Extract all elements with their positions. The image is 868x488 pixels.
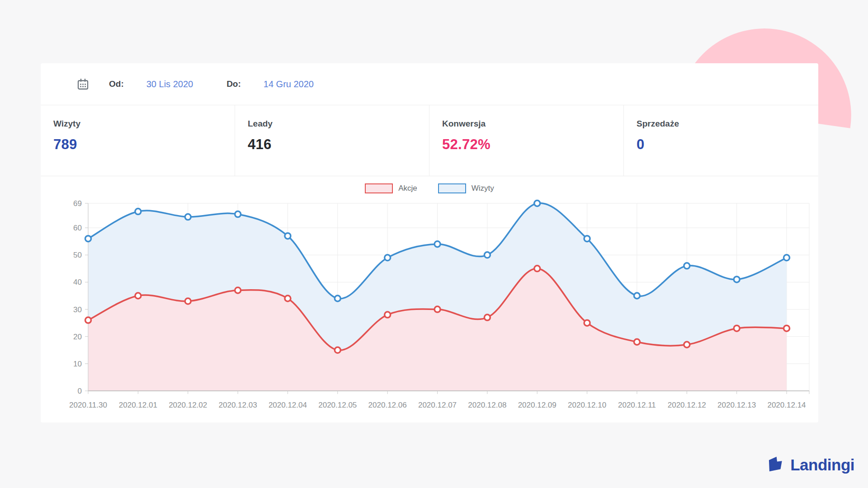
svg-text:30: 30 <box>73 305 82 314</box>
calendar-icon[interactable] <box>77 78 89 90</box>
stat-value: 416 <box>248 136 429 153</box>
dashboard-card: Od: 30 Lis 2020 Do: 14 Gru 2020 Wizyty78… <box>41 63 818 422</box>
date-range-bar: Od: 30 Lis 2020 Do: 14 Gru 2020 <box>41 63 818 105</box>
date-from-label: Od: <box>109 79 124 89</box>
stat-value: 789 <box>53 136 235 153</box>
stats-row: Wizyty789Leady416Konwersja52.72%Sprzedaż… <box>41 105 818 176</box>
stat-label: Leady <box>248 119 429 129</box>
date-to-value[interactable]: 14 Gru 2020 <box>264 79 314 89</box>
stat-card-leady: Leady416 <box>235 105 429 176</box>
legend-swatch-icon <box>438 183 466 193</box>
svg-text:2020.12.08: 2020.12.08 <box>468 401 506 409</box>
date-from-value[interactable]: 30 Lis 2020 <box>146 79 193 89</box>
svg-text:2020.12.06: 2020.12.06 <box>368 401 407 409</box>
stat-label: Konwersja <box>442 119 623 129</box>
legend-label: Wizyty <box>472 184 494 193</box>
landingi-logo-text: Landingi <box>790 456 854 474</box>
svg-text:2020.12.11: 2020.12.11 <box>618 401 656 409</box>
svg-text:20: 20 <box>73 333 82 341</box>
svg-text:2020.12.12: 2020.12.12 <box>668 401 706 409</box>
stat-label: Sprzedaże <box>637 119 818 129</box>
svg-text:2020.12.04: 2020.12.04 <box>269 401 307 409</box>
date-to-label: Do: <box>226 79 241 89</box>
chart-legend: AkcjeWizyty <box>41 183 818 193</box>
svg-text:69: 69 <box>73 199 82 208</box>
chart-section: AkcjeWizyty 0102030405060692020.11.30202… <box>41 176 818 422</box>
svg-text:10: 10 <box>73 360 82 368</box>
landingi-logo: Landingi <box>766 455 854 475</box>
svg-text:60: 60 <box>73 224 82 232</box>
svg-text:2020.12.14: 2020.12.14 <box>767 401 806 409</box>
svg-text:2020.12.03: 2020.12.03 <box>219 401 257 409</box>
svg-text:2020.12.07: 2020.12.07 <box>418 401 457 409</box>
svg-text:2020.12.02: 2020.12.02 <box>169 401 207 409</box>
svg-text:50: 50 <box>73 251 82 259</box>
svg-text:2020.12.05: 2020.12.05 <box>318 401 357 409</box>
svg-text:2020.12.09: 2020.12.09 <box>518 401 557 409</box>
stat-value: 0 <box>637 136 818 153</box>
legend-label: Akcje <box>398 184 417 193</box>
svg-text:2020.12.01: 2020.12.01 <box>119 401 157 409</box>
svg-text:2020.12.13: 2020.12.13 <box>717 401 756 409</box>
legend-item-wizyty[interactable]: Wizyty <box>438 183 494 193</box>
visits-actions-area-chart: 0102030405060692020.11.302020.12.012020.… <box>41 176 818 422</box>
svg-text:2020.12.10: 2020.12.10 <box>568 401 606 409</box>
stat-label: Wizyty <box>53 119 235 129</box>
svg-text:0: 0 <box>78 387 82 395</box>
svg-text:40: 40 <box>73 278 82 286</box>
svg-text:2020.11.30: 2020.11.30 <box>69 401 107 409</box>
legend-item-akcje[interactable]: Akcje <box>365 183 417 193</box>
stat-card-wizyty: Wizyty789 <box>41 105 235 176</box>
legend-swatch-icon <box>365 183 393 193</box>
stat-value: 52.72% <box>442 136 623 153</box>
landingi-logo-icon <box>766 455 785 475</box>
stat-card-sprzedaże: Sprzedaże0 <box>624 105 818 176</box>
stat-card-konwersja: Konwersja52.72% <box>429 105 624 176</box>
